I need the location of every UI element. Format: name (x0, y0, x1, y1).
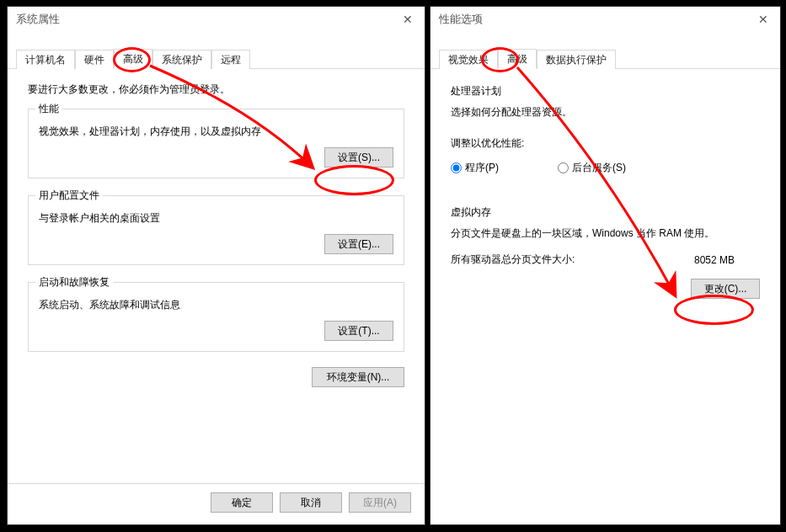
processor-scheduling-section: 处理器计划 选择如何分配处理器资源。 调整以优化性能: 程序(P) 后台服务(S… (451, 84, 760, 175)
radio-programs-label: 程序(P) (465, 161, 499, 175)
ok-button[interactable]: 确定 (211, 492, 273, 513)
titlebar-left: 系统属性 ✕ (8, 7, 425, 32)
startup-recovery-settings-button[interactable]: 设置(T)... (324, 321, 393, 341)
environment-variables-button[interactable]: 环境变量(N)... (312, 367, 404, 387)
dialog-title: 系统属性 (16, 12, 60, 27)
tabs-right: 视觉效果 高级 数据执行保护 (430, 49, 780, 69)
dialog-buttons-left: 确定 取消 应用(A) (8, 483, 425, 524)
tab-remote[interactable]: 远程 (211, 50, 250, 69)
tab-advanced[interactable]: 高级 (498, 49, 537, 69)
processor-radio-row: 程序(P) 后台服务(S) (451, 161, 760, 175)
tab-system-protection[interactable]: 系统保护 (152, 50, 211, 69)
titlebar-right: 性能选项 ✕ (430, 7, 780, 32)
paging-total-value: 8052 MB (694, 254, 735, 266)
radio-programs-input[interactable] (451, 162, 462, 173)
virtual-memory-section: 虚拟内存 分页文件是硬盘上的一块区域，Windows 当作 RAM 使用。 所有… (451, 205, 760, 299)
tab-advanced[interactable]: 高级 (114, 49, 152, 69)
radio-programs[interactable]: 程序(P) (451, 161, 499, 175)
close-icon[interactable]: ✕ (751, 11, 775, 28)
user-profiles-settings-button[interactable]: 设置(E)... (324, 234, 393, 254)
vm-change-button[interactable]: 更改(C)... (691, 279, 760, 299)
apply-button[interactable]: 应用(A) (349, 492, 411, 513)
performance-options-dialog: 性能选项 ✕ 视觉效果 高级 数据执行保护 处理器计划 选择如何分配处理器资源。… (430, 6, 781, 525)
admin-note: 要进行大多数更改，你必须作为管理员登录。 (8, 69, 425, 102)
group-startup-recovery: 启动和故障恢复 系统启动、系统故障和调试信息 设置(T)... (28, 282, 404, 352)
group-performance: 性能 视觉效果，处理器计划，内存使用，以及虚拟内存 设置(S)... (28, 109, 404, 178)
close-icon[interactable]: ✕ (396, 11, 420, 28)
performance-settings-button[interactable]: 设置(S)... (324, 147, 393, 168)
radio-background-services[interactable]: 后台服务(S) (558, 161, 626, 175)
group-user-profiles-title: 用户配置文件 (35, 189, 103, 203)
processor-scheduling-desc: 选择如何分配处理器资源。 (451, 105, 760, 120)
tab-dep[interactable]: 数据执行保护 (537, 50, 616, 69)
group-performance-desc: 视觉效果，处理器计划，内存使用，以及虚拟内存 (39, 125, 393, 139)
optimize-label: 调整以优化性能: (451, 136, 760, 151)
processor-scheduling-title: 处理器计划 (451, 84, 760, 98)
tab-visual-effects[interactable]: 视觉效果 (439, 50, 498, 69)
virtual-memory-desc: 分页文件是硬盘上的一块区域，Windows 当作 RAM 使用。 (451, 226, 760, 241)
dialog-title: 性能选项 (439, 12, 483, 27)
tab-computer-name[interactable]: 计算机名 (16, 50, 75, 69)
cancel-button[interactable]: 取消 (280, 492, 342, 513)
system-properties-dialog: 系统属性 ✕ 计算机名 硬件 高级 系统保护 远程 要进行大多数更改，你必须作为… (7, 6, 425, 525)
radio-background-services-input[interactable] (558, 162, 569, 173)
tab-hardware[interactable]: 硬件 (75, 50, 114, 69)
group-performance-title: 性能 (35, 102, 62, 116)
tabs-left: 计算机名 硬件 高级 系统保护 远程 (8, 49, 425, 69)
group-startup-recovery-title: 启动和故障恢复 (35, 275, 113, 290)
radio-background-services-label: 后台服务(S) (572, 161, 626, 175)
group-user-profiles: 用户配置文件 与登录帐户相关的桌面设置 设置(E)... (28, 195, 404, 265)
virtual-memory-title: 虚拟内存 (451, 205, 760, 220)
group-user-profiles-desc: 与登录帐户相关的桌面设置 (39, 211, 393, 226)
paging-total-label: 所有驱动器总分页文件大小: (451, 253, 575, 267)
paging-total-row: 所有驱动器总分页文件大小: 8052 MB (451, 253, 760, 267)
group-startup-recovery-desc: 系统启动、系统故障和调试信息 (39, 298, 393, 312)
